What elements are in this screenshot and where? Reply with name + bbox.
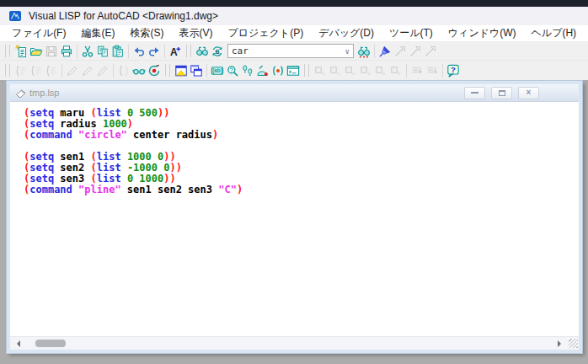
menu-bar: ファイル(F)編集(E)検索(S)表示(V)プロジェクト(P)デバッグ(D)ツー… <box>0 25 588 42</box>
new-file-icon <box>14 45 28 58</box>
debug-step-out-button[interactable] <box>343 62 358 78</box>
bookmark-diagonal-icon <box>393 45 407 58</box>
previous-bookmark-button[interactable] <box>408 43 423 59</box>
next-bookmark-button[interactable] <box>393 43 408 59</box>
minimize-button[interactable] <box>464 87 485 99</box>
paste-button[interactable] <box>110 43 126 59</box>
toolbar-grip[interactable] <box>165 64 170 77</box>
menu-item-edit[interactable]: 編集(E) <box>73 24 122 42</box>
inline-comment-button[interactable] <box>95 62 110 78</box>
uncomment-block-button[interactable] <box>80 62 95 78</box>
save-file-icon <box>45 45 58 58</box>
comment-pen-icon <box>66 64 79 78</box>
menu-item-help[interactable]: ヘルプ(H) <box>524 24 585 42</box>
find-icon <box>195 45 209 58</box>
toggle-bookmark-button[interactable] <box>377 43 393 59</box>
activate-autocad-button[interactable] <box>174 62 189 78</box>
scroll-left-arrow-icon[interactable] <box>12 337 25 350</box>
code-token: center radius <box>127 129 212 141</box>
menu-item-window[interactable]: ウィンドウ(W) <box>441 24 524 42</box>
toggle-bookmark-icon <box>378 45 392 58</box>
editor-window: tmp.lsp × (setq maru (list 0 500))(setq … <box>7 81 582 353</box>
help-icon: ? <box>446 64 460 78</box>
comment-block-button[interactable] <box>65 62 80 78</box>
copy-button[interactable] <box>95 43 110 59</box>
undo-button[interactable] <box>131 43 147 59</box>
apropos-button[interactable] <box>225 62 240 78</box>
lisp-console-icon <box>286 64 300 78</box>
toolbar-grip[interactable] <box>186 45 191 57</box>
debug-step-into-button[interactable] <box>313 62 328 78</box>
print-icon <box>60 45 73 58</box>
mdi-client-area: tmp.lsp × (setq maru (list 0 500))(setq … <box>0 80 588 364</box>
debug-reset-button[interactable] <box>388 62 404 78</box>
find-button[interactable] <box>195 43 210 59</box>
editor-window-title: tmp.lsp <box>29 88 59 98</box>
menu-item-debug[interactable]: デバッグ(D) <box>311 24 382 42</box>
resize-grip[interactable] <box>569 339 578 348</box>
code-token <box>121 151 127 163</box>
indent-block-button[interactable] <box>44 62 59 78</box>
toolbar-separator <box>128 45 129 58</box>
code-token: ) <box>127 118 133 130</box>
open-file-button[interactable] <box>29 43 44 59</box>
help-button[interactable]: ? <box>446 62 461 78</box>
maximize-button[interactable] <box>491 87 512 99</box>
format-edit-window-button[interactable] <box>13 62 29 78</box>
step-into-button[interactable] <box>240 62 255 78</box>
complete-word-button[interactable]: A <box>168 43 183 59</box>
scrollbar-thumb[interactable] <box>35 340 66 347</box>
editor-title-bar[interactable]: tmp.lsp × <box>10 84 579 102</box>
load-active-window-button[interactable] <box>425 62 440 78</box>
debug-quit-button[interactable] <box>373 62 388 78</box>
cut-icon <box>81 45 94 58</box>
toolbar-separator <box>77 45 78 58</box>
debug-continue-button[interactable] <box>358 62 373 78</box>
trace-point-button[interactable] <box>270 62 286 78</box>
cut-button[interactable] <box>80 43 95 59</box>
redo-button[interactable] <box>147 43 162 59</box>
step-over-button[interactable] <box>255 62 270 78</box>
find-toolbar-string-button[interactable] <box>356 43 372 59</box>
svg-text:A: A <box>170 46 178 57</box>
replace-button[interactable]: B <box>210 43 225 59</box>
search-combobox-value: car <box>232 46 249 56</box>
animate-button[interactable] <box>147 62 162 78</box>
debug-step-over-button[interactable] <box>328 62 343 78</box>
save-file-button[interactable] <box>44 43 59 59</box>
scroll-right-arrow-icon[interactable] <box>553 337 566 350</box>
menu-item-view[interactable]: 表示(V) <box>171 24 220 42</box>
menu-item-tools[interactable]: ツール(T) <box>382 24 441 42</box>
print-button[interactable] <box>59 43 74 59</box>
window-title-bar[interactable]: Visual LISP for AutoCAD <Drawing1.dwg> <box>0 7 588 25</box>
menu-item-project[interactable]: プロジェクト(P) <box>220 24 311 42</box>
search-combobox[interactable]: car∨ <box>227 44 354 58</box>
format-selection-button[interactable] <box>29 62 44 78</box>
menu-item-search[interactable]: 検索(S) <box>122 24 171 42</box>
match-parenthesis-button[interactable] <box>116 62 131 78</box>
code-token <box>121 162 127 174</box>
toolbar-separator <box>442 64 443 78</box>
debug-generic-icon <box>359 64 372 78</box>
watch-window-button[interactable]: [ab] <box>210 62 225 78</box>
code-token: )) <box>158 107 169 119</box>
code-editor-area[interactable]: (setq maru (list 0 500))(setq radius 100… <box>10 102 579 336</box>
toolbar-grip[interactable] <box>5 64 10 77</box>
watch-glasses-button[interactable] <box>131 62 147 78</box>
clear-bookmarks-button[interactable] <box>423 43 438 59</box>
code-token: )) <box>163 173 175 185</box>
new-file-button[interactable] <box>13 43 29 59</box>
load-selection-button[interactable] <box>409 62 425 78</box>
code-token: ( <box>91 107 97 119</box>
select-window-button[interactable] <box>189 62 204 78</box>
close-button[interactable]: × <box>518 87 539 99</box>
lisp-console-button[interactable] <box>286 62 301 78</box>
toolbar-grip[interactable] <box>304 64 309 77</box>
undo-icon <box>132 45 146 58</box>
toolbar-grip[interactable] <box>5 45 10 57</box>
chevron-down-icon: ∨ <box>345 47 353 56</box>
bookmark-diagonal-icon <box>409 45 422 58</box>
horizontal-scrollbar[interactable] <box>10 336 579 350</box>
code-token: )) <box>169 162 181 174</box>
menu-item-file[interactable]: ファイル(F) <box>4 24 73 42</box>
